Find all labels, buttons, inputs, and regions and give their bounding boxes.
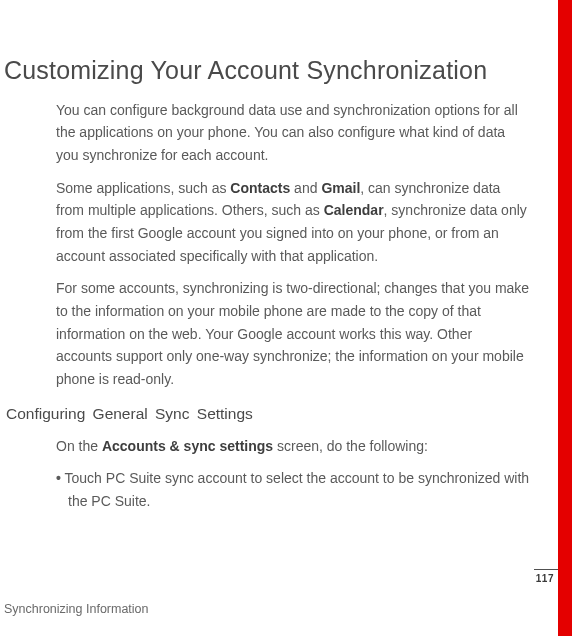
bold-pc-suite: PC Suite sync account bbox=[106, 470, 247, 486]
text-run: On the bbox=[56, 438, 102, 454]
page-number-rule bbox=[534, 569, 558, 570]
page-title: Customizing Your Account Synchronization bbox=[4, 56, 540, 85]
bold-gmail: Gmail bbox=[321, 180, 360, 196]
text-run: and bbox=[290, 180, 321, 196]
accent-bar bbox=[558, 0, 572, 636]
page-content: Customizing Your Account Synchronization… bbox=[0, 56, 572, 513]
bold-accounts-sync: Accounts & sync settings bbox=[102, 438, 273, 454]
text-run: screen, do the following: bbox=[273, 438, 428, 454]
bullet-item: • Touch PC Suite sync account to select … bbox=[56, 467, 530, 512]
bold-contacts: Contacts bbox=[230, 180, 290, 196]
text-run: Some applications, such as bbox=[56, 180, 230, 196]
intro-paragraph: You can configure background data use an… bbox=[56, 99, 530, 167]
page-number: 117 bbox=[536, 573, 554, 584]
sync-direction-paragraph: For some accounts, synchronizing is two-… bbox=[56, 277, 530, 390]
text-run: Touch bbox=[61, 470, 106, 486]
bold-calendar: Calendar bbox=[324, 202, 384, 218]
instruction-line: On the Accounts & sync settings screen, … bbox=[56, 435, 530, 458]
subheading: Configuring General Sync Settings bbox=[6, 405, 540, 423]
apps-paragraph: Some applications, such as Contacts and … bbox=[56, 177, 530, 268]
footer-text: Synchronizing Information bbox=[4, 602, 149, 616]
